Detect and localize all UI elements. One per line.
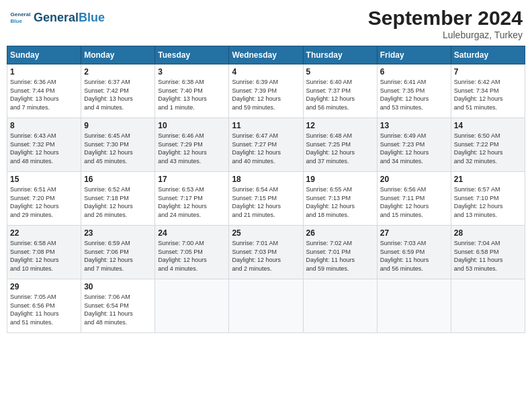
- logo: General Blue GeneralBlue: [9, 7, 105, 28]
- calendar-cell: 21Sunrise: 6:57 AMSunset: 7:10 PMDayligh…: [451, 172, 525, 226]
- calendar-cell: 14Sunrise: 6:50 AMSunset: 7:22 PMDayligh…: [451, 118, 525, 172]
- calendar-cell: [377, 279, 451, 333]
- weekday-header-saturday: Saturday: [451, 46, 525, 64]
- svg-text:Blue: Blue: [11, 18, 23, 24]
- calendar-cell: 4Sunrise: 6:39 AMSunset: 7:39 PMDaylight…: [229, 64, 303, 118]
- day-number: 28: [454, 228, 522, 238]
- calendar-cell: 3Sunrise: 6:38 AMSunset: 7:40 PMDaylight…: [155, 64, 229, 118]
- week-row-5: 29Sunrise: 7:05 AMSunset: 6:56 PMDayligh…: [7, 279, 525, 333]
- weekday-header-sunday: Sunday: [7, 46, 81, 64]
- calendar-cell: 10Sunrise: 6:46 AMSunset: 7:29 PMDayligh…: [155, 118, 229, 172]
- week-row-2: 8Sunrise: 6:43 AMSunset: 7:32 PMDaylight…: [7, 118, 525, 172]
- calendar-cell: 12Sunrise: 6:48 AMSunset: 7:25 PMDayligh…: [303, 118, 377, 172]
- day-number: 14: [454, 121, 522, 130]
- calendar-cell: 28Sunrise: 7:04 AMSunset: 6:58 PMDayligh…: [451, 226, 525, 279]
- calendar-cell: 18Sunrise: 6:54 AMSunset: 7:15 PMDayligh…: [229, 172, 303, 226]
- day-number: 11: [232, 121, 300, 130]
- day-info: Sunrise: 7:02 AMSunset: 7:01 PMDaylight:…: [306, 239, 374, 273]
- svg-text:General: General: [11, 11, 31, 17]
- month-title: September 2024: [368, 7, 523, 30]
- day-number: 12: [306, 121, 374, 130]
- day-number: 29: [10, 282, 78, 291]
- day-number: 15: [10, 175, 78, 184]
- day-info: Sunrise: 6:45 AMSunset: 7:30 PMDaylight:…: [84, 132, 152, 165]
- day-info: Sunrise: 6:41 AMSunset: 7:35 PMDaylight:…: [380, 78, 448, 111]
- day-number: 20: [380, 175, 448, 184]
- day-info: Sunrise: 6:55 AMSunset: 7:13 PMDaylight:…: [306, 185, 374, 219]
- day-number: 26: [306, 228, 374, 238]
- day-number: 7: [454, 67, 522, 77]
- weekday-header-monday: Monday: [81, 46, 155, 64]
- day-number: 8: [10, 121, 78, 130]
- week-row-3: 15Sunrise: 6:51 AMSunset: 7:20 PMDayligh…: [7, 172, 525, 226]
- day-info: Sunrise: 6:36 AMSunset: 7:44 PMDaylight:…: [10, 78, 78, 111]
- calendar-cell: 2Sunrise: 6:37 AMSunset: 7:42 PMDaylight…: [81, 64, 155, 118]
- calendar-cell: 22Sunrise: 6:58 AMSunset: 7:08 PMDayligh…: [7, 226, 81, 279]
- day-info: Sunrise: 7:01 AMSunset: 7:03 PMDaylight:…: [232, 239, 300, 273]
- calendar-cell: [303, 279, 377, 333]
- calendar-cell: 8Sunrise: 6:43 AMSunset: 7:32 PMDaylight…: [7, 118, 81, 172]
- calendar-cell: 27Sunrise: 7:03 AMSunset: 6:59 PMDayligh…: [377, 226, 451, 279]
- calendar-cell: 6Sunrise: 6:41 AMSunset: 7:35 PMDaylight…: [377, 64, 451, 118]
- day-number: 25: [232, 228, 300, 238]
- title-area: September 2024 Luleburgaz, Turkey: [368, 7, 523, 40]
- day-number: 3: [158, 67, 226, 77]
- calendar-cell: 13Sunrise: 6:49 AMSunset: 7:23 PMDayligh…: [377, 118, 451, 172]
- calendar-cell: [451, 279, 525, 333]
- calendar-cell: 26Sunrise: 7:02 AMSunset: 7:01 PMDayligh…: [303, 226, 377, 279]
- day-number: 19: [306, 175, 374, 184]
- calendar-cell: 29Sunrise: 7:05 AMSunset: 6:56 PMDayligh…: [7, 279, 81, 333]
- calendar-cell: 19Sunrise: 6:55 AMSunset: 7:13 PMDayligh…: [303, 172, 377, 226]
- weekday-header-thursday: Thursday: [303, 46, 377, 64]
- logo-general-text: GeneralBlue: [34, 11, 105, 25]
- day-info: Sunrise: 6:50 AMSunset: 7:22 PMDaylight:…: [454, 132, 522, 165]
- day-number: 17: [158, 175, 226, 184]
- day-info: Sunrise: 7:05 AMSunset: 6:56 PMDaylight:…: [10, 293, 78, 326]
- day-number: 10: [158, 121, 226, 130]
- header: General Blue GeneralBlue September 2024 …: [7, 7, 525, 40]
- logo-icon: General Blue: [9, 7, 31, 28]
- calendar-cell: 17Sunrise: 6:53 AMSunset: 7:17 PMDayligh…: [155, 172, 229, 226]
- week-row-4: 22Sunrise: 6:58 AMSunset: 7:08 PMDayligh…: [7, 226, 525, 279]
- day-info: Sunrise: 6:49 AMSunset: 7:23 PMDaylight:…: [380, 132, 448, 165]
- day-info: Sunrise: 6:40 AMSunset: 7:37 PMDaylight:…: [306, 78, 374, 111]
- weekday-header-tuesday: Tuesday: [155, 46, 229, 64]
- weekday-header-friday: Friday: [377, 46, 451, 64]
- day-number: 24: [158, 228, 226, 238]
- calendar-cell: 30Sunrise: 7:06 AMSunset: 6:54 PMDayligh…: [81, 279, 155, 333]
- calendar-cell: 1Sunrise: 6:36 AMSunset: 7:44 PMDaylight…: [7, 64, 81, 118]
- day-number: 5: [306, 67, 374, 77]
- calendar-cell: 7Sunrise: 6:42 AMSunset: 7:34 PMDaylight…: [451, 64, 525, 118]
- calendar-cell: 25Sunrise: 7:01 AMSunset: 7:03 PMDayligh…: [229, 226, 303, 279]
- calendar-cell: 11Sunrise: 6:47 AMSunset: 7:27 PMDayligh…: [229, 118, 303, 172]
- calendar-cell: 24Sunrise: 7:00 AMSunset: 7:05 PMDayligh…: [155, 226, 229, 279]
- calendar-cell: 9Sunrise: 6:45 AMSunset: 7:30 PMDaylight…: [81, 118, 155, 172]
- day-info: Sunrise: 7:00 AMSunset: 7:05 PMDaylight:…: [158, 239, 226, 273]
- day-number: 9: [84, 121, 152, 130]
- day-number: 18: [232, 175, 300, 184]
- day-number: 4: [232, 67, 300, 77]
- week-row-1: 1Sunrise: 6:36 AMSunset: 7:44 PMDaylight…: [7, 64, 525, 118]
- day-info: Sunrise: 6:59 AMSunset: 7:06 PMDaylight:…: [84, 239, 152, 273]
- calendar-cell: 20Sunrise: 6:56 AMSunset: 7:11 PMDayligh…: [377, 172, 451, 226]
- day-info: Sunrise: 6:43 AMSunset: 7:32 PMDaylight:…: [10, 132, 78, 165]
- day-info: Sunrise: 6:46 AMSunset: 7:29 PMDaylight:…: [158, 132, 226, 165]
- calendar-cell: 5Sunrise: 6:40 AMSunset: 7:37 PMDaylight…: [303, 64, 377, 118]
- day-info: Sunrise: 6:39 AMSunset: 7:39 PMDaylight:…: [232, 78, 300, 111]
- weekday-header-row: SundayMondayTuesdayWednesdayThursdayFrid…: [7, 46, 525, 64]
- day-number: 2: [84, 67, 152, 77]
- weekday-header-wednesday: Wednesday: [229, 46, 303, 64]
- day-number: 30: [84, 282, 152, 291]
- day-info: Sunrise: 6:58 AMSunset: 7:08 PMDaylight:…: [10, 239, 78, 273]
- calendar-cell: [155, 279, 229, 333]
- day-number: 1: [10, 67, 78, 77]
- day-info: Sunrise: 6:37 AMSunset: 7:42 PMDaylight:…: [84, 78, 152, 111]
- calendar-table: SundayMondayTuesdayWednesdayThursdayFrid…: [7, 46, 525, 333]
- day-info: Sunrise: 7:06 AMSunset: 6:54 PMDaylight:…: [84, 293, 152, 326]
- day-info: Sunrise: 6:54 AMSunset: 7:15 PMDaylight:…: [232, 185, 300, 219]
- calendar-cell: 16Sunrise: 6:52 AMSunset: 7:18 PMDayligh…: [81, 172, 155, 226]
- calendar-cell: 23Sunrise: 6:59 AMSunset: 7:06 PMDayligh…: [81, 226, 155, 279]
- day-info: Sunrise: 7:03 AMSunset: 6:59 PMDaylight:…: [380, 239, 448, 273]
- day-info: Sunrise: 6:42 AMSunset: 7:34 PMDaylight:…: [454, 78, 522, 111]
- day-number: 23: [84, 228, 152, 238]
